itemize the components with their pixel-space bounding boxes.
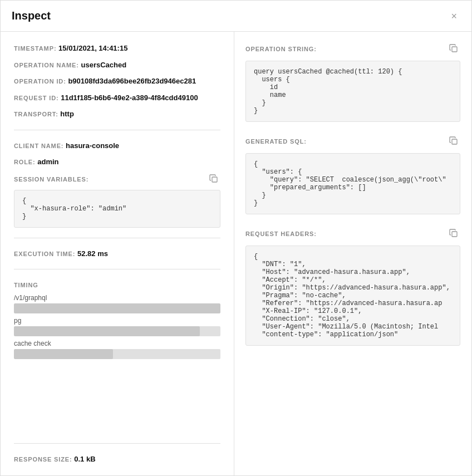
operation-string-code: query usersCached @cached(ttl: 120) { us… — [245, 61, 460, 122]
operation-string-header: OPERATION STRING: — [245, 43, 460, 55]
left-panel: TIMESTAMP: 15/01/2021, 14:41:15 OPERATIO… — [1, 32, 234, 475]
execution-time-value: 52.82 ms — [77, 249, 108, 258]
request-headers-title: REQUEST HEADERS: — [245, 230, 317, 237]
timing-bar-graphql: /v1/graphql — [14, 294, 220, 313]
execution-time-section: EXECUTION TIME: 52.82 ms — [14, 248, 220, 270]
response-size-label: RESPONSE SIZE: — [14, 456, 72, 463]
copy-generated-sql-button[interactable] — [447, 135, 460, 148]
role-label: ROLE: — [14, 159, 36, 165]
close-button[interactable]: × — [448, 10, 460, 22]
operation-id-label: OPERATION ID: — [14, 78, 66, 85]
timing-label: TIMING — [14, 282, 220, 288]
request-id-label: REQUEST ID: — [14, 95, 59, 101]
session-variables-code: { "x-hasura-role": "admin" } — [14, 190, 220, 228]
timing-bar-cache-check: cache check — [14, 340, 220, 359]
client-name-row: CLIENT NAME: hasura-console — [14, 140, 220, 151]
transport-value: http — [60, 110, 74, 118]
response-size-row: RESPONSE SIZE: 0.1 kB — [14, 454, 220, 465]
operation-name-label: OPERATION NAME: — [14, 62, 79, 68]
request-id-row: REQUEST ID: 11d1f185-b6b6-49e2-a389-4f84… — [14, 92, 220, 104]
request-headers-code: { "DNT": "1", "Host": "advanced-hasura.h… — [245, 246, 460, 346]
timestamp-row: TIMESTAMP: 15/01/2021, 14:41:15 — [14, 43, 220, 54]
session-variables-header: SESSION VARIABLES: — [14, 173, 220, 185]
modal-title: Inspect — [12, 9, 51, 22]
svg-rect-3 — [452, 232, 457, 237]
timestamp-label: TIMESTAMP: — [14, 45, 56, 52]
transport-row: TRANSPORT: http — [14, 109, 220, 120]
transport-label: TRANSPORT: — [14, 111, 58, 117]
operation-id-value: b90108fd3da696bee26fb23d946ec281 — [68, 77, 196, 85]
role-value: admin — [37, 158, 58, 166]
timing-bar-pg: pg — [14, 317, 220, 336]
request-headers-section: REQUEST HEADERS: { "DNT": "1", "Host": "… — [245, 228, 460, 346]
generated-sql-title: GENERATED SQL: — [245, 138, 307, 145]
timing-section: TIMING /v1/graphql pg cache check — [14, 282, 220, 362]
request-headers-header: REQUEST HEADERS: — [245, 228, 460, 240]
client-name-label: CLIENT NAME: — [14, 143, 63, 149]
svg-rect-0 — [212, 177, 217, 182]
right-panel: OPERATION STRING: query usersCached @cac… — [234, 32, 471, 475]
operation-string-section: OPERATION STRING: query usersCached @cac… — [245, 43, 460, 122]
request-id-value: 11d1f185-b6b6-49e2-a389-4f84cdd49100 — [61, 94, 198, 102]
response-size-value: 0.1 kB — [74, 455, 95, 463]
execution-time-row: EXECUTION TIME: 52.82 ms — [14, 248, 220, 259]
modal-header: Inspect × — [1, 1, 471, 32]
svg-rect-1 — [452, 47, 457, 52]
inspect-modal: Inspect × TIMESTAMP: 15/01/2021, 14:41:1… — [0, 0, 472, 476]
execution-time-label: EXECUTION TIME: — [14, 251, 75, 257]
generated-sql-section: GENERATED SQL: { "users": { "query": "SE… — [245, 135, 460, 214]
generated-sql-code: { "users": { "query": "SELECT coalesce(j… — [245, 153, 460, 214]
copy-operation-string-button[interactable] — [447, 43, 460, 55]
modal-body: TIMESTAMP: 15/01/2021, 14:41:15 OPERATIO… — [1, 32, 471, 475]
generated-sql-header: GENERATED SQL: — [245, 135, 460, 148]
copy-request-headers-button[interactable] — [447, 228, 460, 240]
client-info-section: CLIENT NAME: hasura-console ROLE: admin … — [14, 140, 220, 238]
response-size-section: RESPONSE SIZE: 0.1 kB — [14, 443, 220, 465]
svg-rect-2 — [452, 139, 457, 144]
client-name-value: hasura-console — [66, 141, 119, 150]
operation-string-title: OPERATION STRING: — [245, 46, 317, 52]
basic-info-section: TIMESTAMP: 15/01/2021, 14:41:15 OPERATIO… — [14, 43, 220, 130]
copy-session-variables-button[interactable] — [207, 173, 220, 185]
session-variables-label: SESSION VARIABLES: — [14, 176, 88, 183]
operation-id-row: OPERATION ID: b90108fd3da696bee26fb23d94… — [14, 76, 220, 87]
timestamp-value: 15/01/2021, 14:41:15 — [58, 44, 127, 52]
role-row: ROLE: admin — [14, 156, 220, 168]
operation-name-row: OPERATION NAME: usersCached — [14, 60, 220, 71]
operation-name-value: usersCached — [81, 61, 127, 69]
